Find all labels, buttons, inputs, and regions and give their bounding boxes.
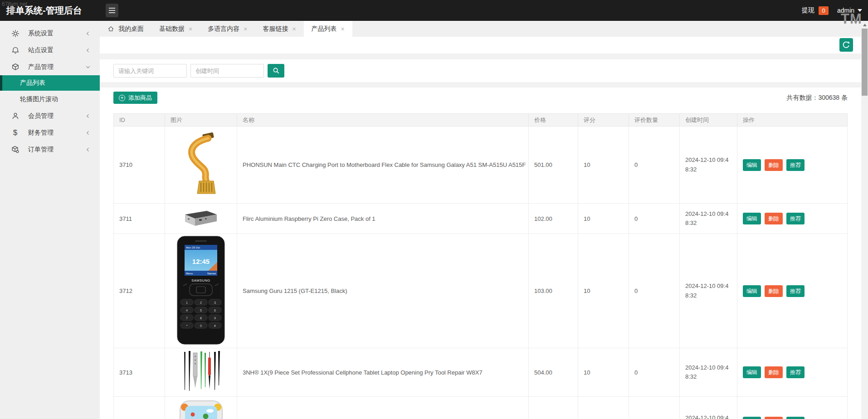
product-image-pry-tools — [165, 348, 237, 397]
sidebar-item-system-settings[interactable]: 系统设置 — [0, 25, 100, 42]
svg-text:3: 3 — [214, 301, 216, 304]
recommend-button[interactable]: 推荐 — [786, 159, 805, 171]
tab-label: 基础数据 — [159, 25, 185, 33]
cell-price: 103.00 — [529, 234, 578, 348]
withdraw-count-badge: 0 — [819, 6, 829, 15]
cell-id: 3714 — [114, 397, 165, 419]
cell-reviews: 0 — [629, 127, 680, 204]
col-header-rating: 评分 — [578, 114, 629, 127]
cell-name: PHONSUN Main CTC Charging Port to Mother… — [237, 127, 529, 204]
recommend-button[interactable]: 推荐 — [786, 285, 805, 297]
tab-product-list[interactable]: 产品列表 × — [304, 21, 352, 37]
toolbar-strip — [100, 37, 861, 54]
person-icon — [11, 112, 20, 120]
withdraw-link[interactable]: 提现 0 — [802, 0, 829, 21]
delete-button[interactable]: 删除 — [765, 417, 783, 419]
delete-button[interactable]: 删除 — [765, 285, 783, 297]
recommend-button[interactable]: 推荐 — [786, 366, 805, 378]
chevron-left-icon — [85, 147, 91, 152]
cell-name: Quercetti Tablet Creativo, Multi Color — [237, 397, 529, 419]
search-icon — [273, 67, 280, 74]
table-row: 3713 — [114, 348, 848, 397]
product-image-feature-phone: Mon 25 Oct 12:45 Menu Names SAMSUNG — [165, 234, 237, 348]
cell-price: 505.00 — [529, 397, 578, 419]
chevron-left-icon — [85, 113, 91, 119]
gear-icon — [11, 29, 20, 38]
add-product-button[interactable]: + 添加商品 — [113, 92, 157, 104]
tab-my-desktop[interactable]: 我的桌面 — [100, 21, 151, 37]
col-header-created: 创建时间 — [680, 114, 737, 127]
sidebar-item-member-management[interactable]: 会员管理 — [0, 107, 100, 124]
col-header-name: 名称 — [237, 114, 529, 127]
sidebar-item-site-settings[interactable]: 站点设置 — [0, 42, 100, 58]
keyword-input[interactable] — [113, 64, 187, 78]
delete-button[interactable]: 删除 — [765, 159, 783, 171]
box-icon — [11, 145, 20, 154]
cell-price: 501.00 — [529, 127, 578, 204]
sidebar-item-finance-management[interactable]: 财务管理 — [0, 124, 100, 141]
svg-text:0: 0 — [200, 324, 202, 327]
refresh-button[interactable] — [839, 38, 853, 52]
app-window: 678ym.net TM 排单系统-管理后台 提现 0 admin 系统设置 站… — [0, 0, 868, 419]
menu-toggle-button[interactable] — [106, 4, 118, 17]
delete-button[interactable]: 删除 — [765, 366, 783, 378]
svg-text:4: 4 — [186, 309, 188, 312]
svg-text:5: 5 — [200, 309, 202, 312]
close-tab-icon[interactable]: × — [292, 26, 296, 32]
cell-name: 3NH® 1X(9 Piece Set Professional Cellpho… — [237, 348, 529, 397]
cell-created: 2024-12-10 09:48:32 — [680, 397, 737, 419]
edit-button[interactable]: 编辑 — [743, 213, 761, 224]
svg-text:8: 8 — [200, 317, 202, 320]
scrollbar-thumb[interactable] — [862, 29, 868, 96]
phone-right-softkey: Names — [207, 272, 216, 275]
sidebar-item-carousel-images[interactable]: 轮播图片滚动 — [0, 91, 100, 107]
tab-multilingual-content[interactable]: 多语言内容 × — [200, 21, 255, 37]
close-tab-icon[interactable]: × — [341, 26, 345, 32]
edit-button[interactable]: 编辑 — [743, 159, 761, 171]
search-button[interactable] — [268, 64, 284, 78]
edit-button[interactable]: 编辑 — [743, 366, 761, 378]
sidebar-item-label: 系统设置 — [28, 29, 85, 38]
cell-actions: 编辑删除推荐 — [737, 234, 848, 348]
close-tab-icon[interactable]: × — [189, 26, 192, 32]
table-panel: + 添加商品 共有数据：300638 条 ID 图片 名称 价格 评分 — [100, 88, 861, 419]
sidebar-item-product-management[interactable]: 产品管理 — [0, 58, 100, 75]
phone-date: Mon 25 Oct — [186, 246, 200, 249]
tab-service-links[interactable]: 客服链接 × — [255, 21, 303, 37]
tab-label: 客服链接 — [263, 25, 288, 33]
close-tab-icon[interactable]: × — [244, 26, 247, 32]
edit-button[interactable]: 编辑 — [743, 285, 761, 297]
cell-rating: 10 — [578, 127, 629, 204]
product-image-toy-tablet — [165, 397, 237, 419]
cell-price: 102.00 — [529, 204, 578, 234]
app-header: 排单系统-管理后台 提现 0 admin — [0, 0, 868, 21]
cell-price: 504.00 — [529, 348, 578, 397]
vertical-scrollbar[interactable] — [861, 21, 868, 419]
sidebar-item-order-management[interactable]: 订单管理 — [0, 141, 100, 158]
table-topbar: + 添加商品 共有数据：300638 条 — [113, 92, 848, 104]
sidebar-item-label: 站点设置 — [28, 46, 85, 54]
cell-rating: 10 — [578, 348, 629, 397]
svg-text:2: 2 — [200, 301, 202, 304]
sidebar-item-product-list[interactable]: 产品列表 — [0, 75, 100, 91]
create-date-input[interactable] — [190, 64, 264, 78]
scroll-up-arrow[interactable] — [861, 22, 868, 28]
recommend-button[interactable]: 推荐 — [786, 213, 805, 224]
delete-button[interactable]: 删除 — [765, 213, 783, 224]
svg-text:6: 6 — [214, 309, 216, 312]
edit-button[interactable]: 编辑 — [743, 417, 761, 419]
tab-basic-data[interactable]: 基础数据 × — [151, 21, 200, 37]
table-row: 3710 PHONSUN Main CTC Charging Port to M… — [114, 127, 848, 204]
chevron-left-icon — [85, 130, 91, 136]
recommend-button[interactable]: 推荐 — [786, 417, 805, 419]
cell-actions: 编辑删除推荐 — [737, 397, 848, 419]
sidebar: 系统设置 站点设置 产品管理 产品列表 轮播图片滚动 会员管 — [0, 21, 100, 419]
tab-label: 多语言内容 — [208, 25, 239, 33]
withdraw-label: 提现 — [802, 6, 814, 15]
chevron-down-icon — [85, 64, 91, 70]
watermark-tm: TM — [841, 11, 862, 27]
cell-id: 3710 — [114, 127, 165, 204]
table-row: 3712 — [114, 234, 848, 348]
total-count: 共有数据：300638 条 — [786, 94, 848, 102]
chevron-left-icon — [85, 48, 91, 53]
